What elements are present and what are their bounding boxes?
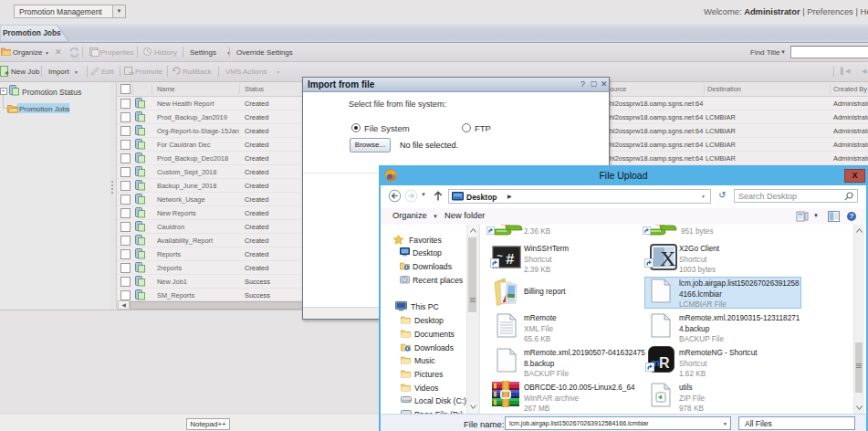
svg-text:X: X	[660, 247, 675, 270]
svg-text:R: R	[659, 355, 670, 371]
svg-text:#: #	[506, 252, 515, 268]
